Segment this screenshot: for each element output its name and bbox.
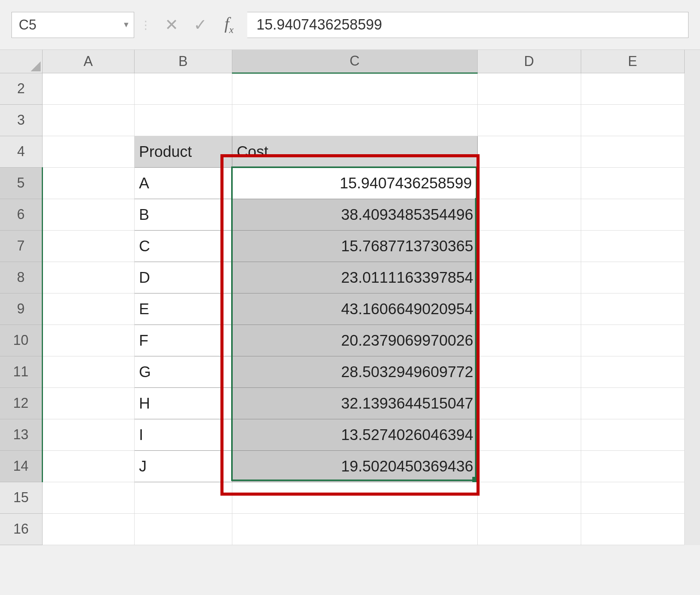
cell-A7[interactable] <box>42 230 134 262</box>
name-box[interactable]: C5 ▼ <box>12 12 134 38</box>
cell-C13[interactable]: 13.5274026046394 <box>232 419 477 450</box>
cell-E10[interactable] <box>581 325 684 356</box>
row-header-8[interactable]: 8 <box>0 262 42 293</box>
cell-D7[interactable] <box>477 230 581 262</box>
cell-A15[interactable] <box>42 482 134 513</box>
cell-B3[interactable] <box>134 104 232 136</box>
row-header-16[interactable]: 16 <box>0 513 42 545</box>
cell-B11[interactable]: G <box>134 356 232 387</box>
select-all-corner[interactable] <box>0 50 42 73</box>
cell-A13[interactable] <box>42 419 134 450</box>
cell-D10[interactable] <box>477 325 581 356</box>
cell-D11[interactable] <box>477 356 581 387</box>
col-header-B[interactable]: B <box>134 50 232 73</box>
row-header-5[interactable]: 5 <box>0 167 42 199</box>
cell-A16[interactable] <box>42 513 134 545</box>
cell-C5[interactable]: 15.9407436258599 <box>232 167 477 199</box>
row-header-9[interactable]: 9 <box>0 293 42 325</box>
col-header-E[interactable]: E <box>581 50 684 73</box>
cell-E13[interactable] <box>581 419 684 450</box>
cell-E15[interactable] <box>581 482 684 513</box>
cell-D2[interactable] <box>477 73 581 104</box>
cell-D3[interactable] <box>477 104 581 136</box>
insert-function-button[interactable]: fx <box>215 12 243 38</box>
cell-E6[interactable] <box>581 199 684 230</box>
cell-B2[interactable] <box>134 73 232 104</box>
cell-E7[interactable] <box>581 230 684 262</box>
cell-A12[interactable] <box>42 387 134 419</box>
cell-D13[interactable] <box>477 419 581 450</box>
cell-C12[interactable]: 32.1393644515047 <box>232 387 477 419</box>
cell-B8[interactable]: D <box>134 262 232 293</box>
cell-A5[interactable] <box>42 167 134 199</box>
col-header-A[interactable]: A <box>42 50 134 73</box>
cell-D12[interactable] <box>477 387 581 419</box>
cell-E3[interactable] <box>581 104 684 136</box>
cell-E11[interactable] <box>581 356 684 387</box>
cell-B4[interactable]: Product <box>134 136 232 167</box>
col-header-D[interactable]: D <box>477 50 581 73</box>
cell-A8[interactable] <box>42 262 134 293</box>
cell-C15[interactable] <box>232 482 477 513</box>
cell-D9[interactable] <box>477 293 581 325</box>
cell-A4[interactable] <box>42 136 134 167</box>
cell-C14[interactable]: 19.5020450369436 <box>232 450 477 482</box>
cell-C7[interactable]: 15.7687713730365 <box>232 230 477 262</box>
row-header-2[interactable]: 2 <box>0 73 42 104</box>
cell-B10[interactable]: F <box>134 325 232 356</box>
row-header-14[interactable]: 14 <box>0 450 42 482</box>
cell-C8[interactable]: 23.0111163397854 <box>232 262 477 293</box>
row-header-15[interactable]: 15 <box>0 482 42 513</box>
cell-B6[interactable]: B <box>134 199 232 230</box>
cell-D15[interactable] <box>477 482 581 513</box>
cell-D6[interactable] <box>477 199 581 230</box>
cell-C3[interactable] <box>232 104 477 136</box>
cell-E9[interactable] <box>581 293 684 325</box>
cell-C6[interactable]: 38.4093485354496 <box>232 199 477 230</box>
cell-B12[interactable]: H <box>134 387 232 419</box>
cell-B7[interactable]: C <box>134 230 232 262</box>
cell-A2[interactable] <box>42 73 134 104</box>
cell-B16[interactable] <box>134 513 232 545</box>
cell-E14[interactable] <box>581 450 684 482</box>
cell-D5[interactable] <box>477 167 581 199</box>
cell-D16[interactable] <box>477 513 581 545</box>
spreadsheet-grid[interactable]: A B C D E 234ProductCost5A15.94074362585… <box>0 50 685 545</box>
cell-E8[interactable] <box>581 262 684 293</box>
cell-E2[interactable] <box>581 73 684 104</box>
cell-B13[interactable]: I <box>134 419 232 450</box>
cell-C10[interactable]: 20.2379069970026 <box>232 325 477 356</box>
col-header-C[interactable]: C <box>232 50 477 73</box>
cell-B15[interactable] <box>134 482 232 513</box>
cell-E5[interactable] <box>581 167 684 199</box>
enter-button[interactable]: ✓ <box>186 12 215 38</box>
cell-D14[interactable] <box>477 450 581 482</box>
row-header-3[interactable]: 3 <box>0 104 42 136</box>
name-box-dropdown-icon[interactable]: ▼ <box>122 20 130 29</box>
cell-A11[interactable] <box>42 356 134 387</box>
row-header-7[interactable]: 7 <box>0 230 42 262</box>
cell-C11[interactable]: 28.5032949609772 <box>232 356 477 387</box>
cell-A14[interactable] <box>42 450 134 482</box>
cell-C16[interactable] <box>232 513 477 545</box>
row-header-10[interactable]: 10 <box>0 325 42 356</box>
cell-D4[interactable] <box>477 136 581 167</box>
cell-B9[interactable]: E <box>134 293 232 325</box>
cell-C4[interactable]: Cost <box>232 136 477 167</box>
row-header-12[interactable]: 12 <box>0 387 42 419</box>
cell-A9[interactable] <box>42 293 134 325</box>
cell-D8[interactable] <box>477 262 581 293</box>
row-header-4[interactable]: 4 <box>0 136 42 167</box>
row-header-11[interactable]: 11 <box>0 356 42 387</box>
cell-B5[interactable]: A <box>134 167 232 199</box>
cell-B14[interactable]: J <box>134 450 232 482</box>
cell-A6[interactable] <box>42 199 134 230</box>
formula-input[interactable]: 15.9407436258599 <box>247 12 688 38</box>
cancel-button[interactable]: ✕ <box>157 12 186 38</box>
cell-E12[interactable] <box>581 387 684 419</box>
cell-A10[interactable] <box>42 325 134 356</box>
cell-C9[interactable]: 43.1606649020954 <box>232 293 477 325</box>
row-header-6[interactable]: 6 <box>0 199 42 230</box>
cell-C2[interactable] <box>232 73 477 104</box>
row-header-13[interactable]: 13 <box>0 419 42 450</box>
